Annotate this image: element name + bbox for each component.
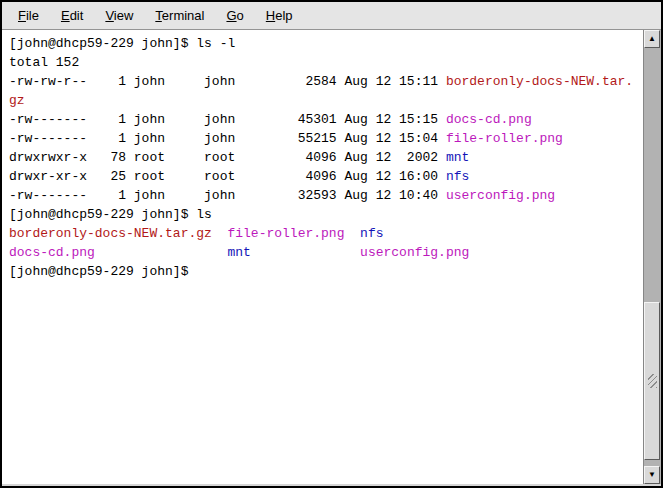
menu-item-label: V bbox=[105, 8, 113, 23]
terminal-text-segment bbox=[251, 245, 360, 260]
terminal-line: -rw------- 1 john john 32593 Aug 12 10:4… bbox=[9, 186, 643, 205]
terminal-text-segment: gz bbox=[9, 93, 25, 108]
scroll-down-icon: ▼ bbox=[648, 471, 656, 479]
terminal-text-segment: file-roller.png bbox=[446, 131, 563, 146]
terminal-line: drwxr-xr-x 25 root root 4096 Aug 12 16:0… bbox=[9, 167, 643, 186]
menu-item-label: ile bbox=[26, 8, 39, 23]
terminal-window: File Edit View Terminal Go Help [john@dh… bbox=[0, 0, 663, 488]
menu-item-label: F bbox=[18, 8, 26, 23]
terminal-text-segment: [john@dhcp59-229 john]$ bbox=[9, 264, 196, 279]
terminal-line: total 152 bbox=[9, 53, 643, 72]
menu-bar: File Edit View Terminal Go Help bbox=[2, 2, 661, 30]
terminal-line: gz bbox=[9, 91, 643, 110]
scroll-up-button[interactable]: ▲ bbox=[644, 30, 660, 48]
scrollbar-thumb[interactable] bbox=[644, 302, 660, 460]
terminal-text-segment: docs-cd.png bbox=[446, 112, 532, 127]
terminal-text-segment: [john@dhcp59-229 john]$ ls bbox=[9, 207, 212, 222]
terminal-text-segment bbox=[212, 226, 228, 241]
terminal-line: -rw------- 1 john john 45301 Aug 12 15:1… bbox=[9, 110, 643, 129]
terminal-text-segment: file-roller.png bbox=[227, 226, 344, 241]
terminal-text-segment: docs-cd.png bbox=[9, 245, 95, 260]
terminal-line: [john@dhcp59-229 john]$ bbox=[9, 262, 643, 281]
menu-item-terminal[interactable]: Terminal bbox=[144, 5, 215, 26]
terminal-text-segment: nfs bbox=[360, 226, 383, 241]
terminal-text-segment bbox=[344, 226, 360, 241]
terminal-line: -rw------- 1 john john 55215 Aug 12 15:0… bbox=[9, 129, 643, 148]
terminal-body: [john@dhcp59-229 john]$ ls -ltotal 152-r… bbox=[2, 30, 661, 486]
menu-item-file[interactable]: File bbox=[7, 5, 50, 26]
terminal-text-segment bbox=[95, 245, 228, 260]
terminal-text-segment: borderonly-docs-NEW.tar. bbox=[446, 74, 633, 89]
terminal-text-segment: -rw-rw-r-- 1 john john 2584 Aug 12 15:11 bbox=[9, 74, 446, 89]
menu-item-label: elp bbox=[275, 8, 292, 23]
menu-item-label: dit bbox=[70, 8, 84, 23]
terminal-text-segment: drwxr-xr-x 25 root root 4096 Aug 12 16:0… bbox=[9, 169, 446, 184]
terminal-line: drwxrwxr-x 78 root root 4096 Aug 12 2002… bbox=[9, 148, 643, 167]
menu-item-view[interactable]: View bbox=[94, 5, 144, 26]
menu-item-label: iew bbox=[114, 8, 134, 23]
terminal-line: -rw-rw-r-- 1 john john 2584 Aug 12 15:11… bbox=[9, 72, 643, 91]
menu-item-edit[interactable]: Edit bbox=[50, 5, 94, 26]
terminal-text-segment: borderonly-docs-NEW.tar.gz bbox=[9, 226, 212, 241]
menu-item-help[interactable]: Help bbox=[255, 5, 304, 26]
menu-item-label: erminal bbox=[162, 8, 205, 23]
menu-item-label: o bbox=[237, 8, 244, 23]
scrollbar[interactable]: ▲ ▼ bbox=[643, 30, 661, 484]
menu-item-label: G bbox=[226, 8, 236, 23]
menu-item-label: E bbox=[61, 8, 70, 23]
terminal-text-segment: mnt bbox=[227, 245, 250, 260]
terminal-line: [john@dhcp59-229 john]$ ls -l bbox=[9, 34, 643, 53]
terminal-line: borderonly-docs-NEW.tar.gz file-roller.p… bbox=[9, 224, 643, 243]
menu-item-go[interactable]: Go bbox=[215, 5, 254, 26]
menu-item-label: H bbox=[266, 8, 275, 23]
terminal-text-segment: total 152 bbox=[9, 55, 79, 70]
scrollbar-grip-icon bbox=[648, 374, 657, 388]
terminal-text-segment: -rw------- 1 john john 55215 Aug 12 15:0… bbox=[9, 131, 446, 146]
terminal-text-segment: [john@dhcp59-229 john]$ ls -l bbox=[9, 36, 235, 51]
terminal-line: docs-cd.png mnt userconfig.png bbox=[9, 243, 643, 262]
terminal-text-segment: drwxrwxr-x 78 root root 4096 Aug 12 2002 bbox=[9, 150, 446, 165]
terminal-text-segment: nfs bbox=[446, 169, 469, 184]
terminal-text-segment: -rw------- 1 john john 32593 Aug 12 10:4… bbox=[9, 188, 446, 203]
terminal-text-segment: mnt bbox=[446, 150, 469, 165]
terminal-output[interactable]: [john@dhcp59-229 john]$ ls -ltotal 152-r… bbox=[2, 30, 643, 484]
terminal-text-segment: userconfig.png bbox=[360, 245, 469, 260]
terminal-text-segment: userconfig.png bbox=[446, 188, 555, 203]
scroll-down-button[interactable]: ▼ bbox=[644, 466, 660, 484]
scroll-up-icon: ▲ bbox=[648, 35, 656, 43]
terminal-text-segment: -rw------- 1 john john 45301 Aug 12 15:1… bbox=[9, 112, 446, 127]
terminal-line: [john@dhcp59-229 john]$ ls bbox=[9, 205, 643, 224]
